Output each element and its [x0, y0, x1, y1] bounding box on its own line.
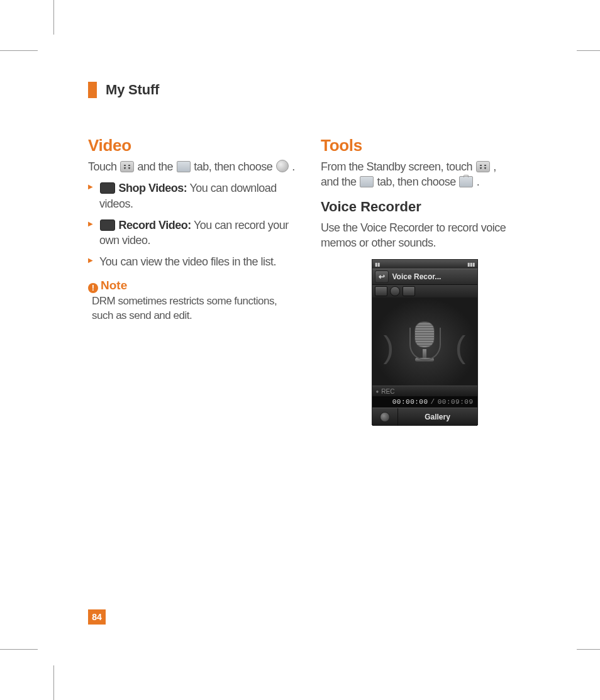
- time-separator: /: [431, 398, 435, 406]
- page-header: My Stuff: [88, 82, 541, 98]
- gallery-button[interactable]: Gallery: [397, 408, 477, 426]
- folder-tab-icon: [360, 176, 374, 187]
- bullet-record-video: Record Video: You can record your own vi…: [88, 218, 296, 248]
- text: tab, then choose: [377, 175, 459, 188]
- text: and the: [138, 160, 176, 173]
- video-heading: Video: [88, 136, 296, 155]
- crop-mark: [577, 50, 600, 51]
- voice-recorder-body: Use the Voice Recorder to record voice m…: [321, 220, 528, 251]
- record-button[interactable]: [372, 412, 397, 422]
- crop-mark: [53, 0, 54, 35]
- crop-mark: [0, 649, 38, 650]
- shop-video-icon: [100, 182, 115, 194]
- phone-title-bar: ↩ Voice Recor...: [372, 269, 477, 285]
- briefcase-icon: [459, 176, 473, 187]
- text: Touch: [88, 160, 119, 173]
- record-dot-icon: [380, 412, 390, 422]
- crop-mark: [577, 649, 600, 650]
- time-bar: 00:00:00 / 00:09:09: [372, 396, 477, 408]
- text: .: [477, 175, 480, 188]
- video-bullets: Shop Videos: You can download videos. Re…: [88, 181, 296, 269]
- menu-grid-icon: [476, 161, 490, 172]
- right-column: Tools From the Standby screen, touch , a…: [321, 136, 528, 425]
- bullet-bold: Record Video:: [119, 219, 191, 231]
- crop-mark: [0, 50, 38, 51]
- video-intro: Touch and the tab, then choose .: [88, 159, 296, 174]
- left-column: Video Touch and the tab, then choose . S…: [88, 136, 296, 425]
- toolbar-button-2[interactable]: [390, 286, 400, 296]
- text: and the: [321, 175, 359, 188]
- crop-mark: [53, 665, 54, 700]
- phone-status-bar: ▮▮ ▮▮▮: [372, 260, 477, 269]
- menu-grid-icon: [120, 161, 134, 172]
- time-total: 00:09:09: [438, 398, 474, 406]
- bullet-view-list: You can view the video files in the list…: [88, 254, 296, 269]
- text: ,: [493, 160, 496, 173]
- bullet-text: You can view the video files in the list…: [99, 255, 276, 268]
- toolbar-button-3[interactable]: [403, 286, 415, 296]
- paren-right-icon: (: [455, 329, 466, 365]
- globe-icon: [276, 160, 289, 172]
- time-elapsed: 00:00:00: [392, 398, 428, 406]
- signal-icon: ▮▮: [375, 262, 380, 267]
- note-body: DRM sometimes restricts some functions, …: [88, 294, 296, 323]
- phone-bottom-bar: Gallery: [372, 408, 477, 426]
- battery-icon: ▮▮▮: [467, 262, 475, 267]
- phone-title: Voice Recor...: [392, 272, 442, 281]
- bullet-shop-videos: Shop Videos: You can download videos.: [88, 181, 296, 211]
- tools-heading: Tools: [321, 136, 528, 155]
- header-accent-bar: [88, 82, 97, 98]
- record-video-icon: [100, 219, 115, 231]
- note-label: Note: [101, 279, 127, 292]
- page-number: 84: [88, 609, 106, 625]
- voice-recorder-heading: Voice Recorder: [321, 199, 528, 215]
- rec-text: REC: [381, 388, 394, 395]
- phone-screenshot: ▮▮ ▮▮▮ ↩ Voice Recor... ) (: [372, 259, 478, 425]
- rec-label: REC: [372, 386, 477, 396]
- toolbar-button-1[interactable]: [375, 286, 387, 296]
- paren-left-icon: ): [384, 329, 394, 365]
- microphone-icon: [411, 321, 438, 362]
- text: tab, then choose: [194, 160, 275, 173]
- folder-tab-icon: [177, 161, 191, 172]
- tools-intro: From the Standby screen, touch , and the…: [321, 159, 528, 190]
- bullet-bold: Shop Videos:: [119, 182, 187, 194]
- gallery-label: Gallery: [425, 413, 450, 421]
- note-heading: !Note: [88, 279, 296, 293]
- note-icon: !: [88, 283, 98, 293]
- header-title: My Stuff: [106, 82, 159, 98]
- text: .: [292, 160, 295, 173]
- phone-toolbar: [372, 285, 477, 297]
- recorder-area: ) (: [372, 297, 477, 386]
- back-button[interactable]: ↩: [375, 270, 389, 283]
- text: From the Standby screen, touch: [321, 160, 475, 173]
